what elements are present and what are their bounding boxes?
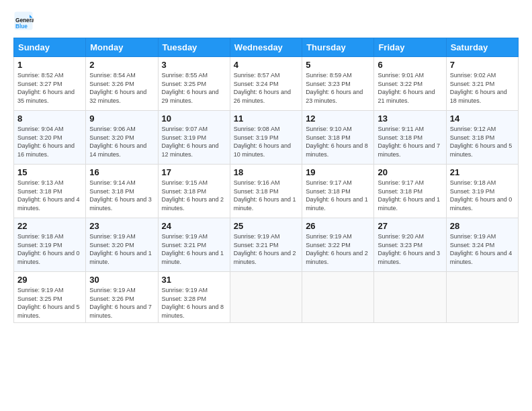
calendar-cell: 13 Sunrise: 9:11 AMSunset: 3:18 PMDaylig… — [374, 111, 446, 165]
calendar-cell: 15 Sunrise: 9:13 AMSunset: 3:18 PMDaylig… — [14, 165, 86, 218]
calendar-cell: 22 Sunrise: 9:18 AMSunset: 3:19 PMDaylig… — [14, 218, 86, 272]
day-info: Sunrise: 9:19 AMSunset: 3:26 PMDaylight:… — [89, 287, 152, 319]
day-info: Sunrise: 9:17 AMSunset: 3:18 PMDaylight:… — [378, 179, 440, 212]
day-number: 16 — [89, 167, 154, 177]
calendar-cell: 5 Sunrise: 8:59 AMSunset: 3:23 PMDayligh… — [302, 57, 374, 111]
calendar-cell: 7 Sunrise: 9:02 AMSunset: 3:21 PMDayligh… — [446, 57, 518, 111]
day-info: Sunrise: 9:12 AMSunset: 3:18 PMDaylight:… — [450, 126, 513, 158]
day-info: Sunrise: 9:19 AMSunset: 3:21 PMDaylight:… — [234, 233, 296, 265]
calendar-cell: 12 Sunrise: 9:10 AMSunset: 3:18 PMDaylig… — [302, 111, 374, 165]
calendar-cell: 17 Sunrise: 9:15 AMSunset: 3:18 PMDaylig… — [158, 165, 230, 218]
day-info: Sunrise: 9:19 AMSunset: 3:25 PMDaylight:… — [17, 287, 80, 319]
day-number: 29 — [17, 275, 82, 285]
day-info: Sunrise: 9:13 AMSunset: 3:18 PMDaylight:… — [17, 179, 80, 212]
calendar-cell: 4 Sunrise: 8:57 AMSunset: 3:24 PMDayligh… — [230, 57, 302, 111]
calendar-header-wednesday: Wednesday — [230, 38, 302, 57]
day-info: Sunrise: 9:10 AMSunset: 3:18 PMDaylight:… — [306, 126, 368, 158]
calendar-week-row: 8 Sunrise: 9:04 AMSunset: 3:20 PMDayligh… — [14, 111, 519, 165]
day-info: Sunrise: 8:52 AMSunset: 3:27 PMDaylight:… — [17, 72, 75, 104]
calendar-cell: 1 Sunrise: 8:52 AMSunset: 3:27 PMDayligh… — [14, 57, 86, 111]
day-info: Sunrise: 9:18 AMSunset: 3:19 PMDaylight:… — [450, 179, 513, 212]
day-number: 19 — [306, 167, 370, 177]
day-info: Sunrise: 8:55 AMSunset: 3:25 PMDaylight:… — [162, 72, 219, 104]
day-number: 26 — [306, 221, 370, 231]
page: General Blue SundayMondayTuesdayWednesda… — [0, 0, 532, 411]
calendar-header-friday: Friday — [374, 38, 446, 57]
day-number: 12 — [306, 113, 370, 124]
day-number: 18 — [234, 167, 298, 177]
day-number: 27 — [378, 221, 442, 231]
day-info: Sunrise: 8:54 AMSunset: 3:26 PMDaylight:… — [89, 72, 146, 104]
calendar-week-row: 1 Sunrise: 8:52 AMSunset: 3:27 PMDayligh… — [14, 57, 519, 111]
header: General Blue — [13, 11, 519, 31]
calendar-cell — [374, 272, 446, 323]
calendar-cell: 31 Sunrise: 9:19 AMSunset: 3:28 PMDaylig… — [158, 272, 230, 323]
day-number: 9 — [89, 113, 154, 124]
calendar-cell: 9 Sunrise: 9:06 AMSunset: 3:20 PMDayligh… — [86, 111, 158, 165]
day-info: Sunrise: 8:59 AMSunset: 3:23 PMDaylight:… — [306, 72, 363, 104]
calendar-header-tuesday: Tuesday — [158, 38, 230, 57]
day-info: Sunrise: 9:19 AMSunset: 3:28 PMDaylight:… — [162, 287, 224, 319]
calendar-cell: 11 Sunrise: 9:08 AMSunset: 3:19 PMDaylig… — [230, 111, 302, 165]
calendar-header-thursday: Thursday — [302, 38, 374, 57]
day-info: Sunrise: 9:16 AMSunset: 3:18 PMDaylight:… — [234, 179, 296, 212]
calendar-cell: 10 Sunrise: 9:07 AMSunset: 3:19 PMDaylig… — [158, 111, 230, 165]
logo: General Blue — [13, 11, 36, 31]
calendar-cell: 6 Sunrise: 9:01 AMSunset: 3:22 PMDayligh… — [374, 57, 446, 111]
day-number: 11 — [234, 113, 298, 124]
calendar-header-monday: Monday — [86, 38, 158, 57]
calendar-cell: 30 Sunrise: 9:19 AMSunset: 3:26 PMDaylig… — [86, 272, 158, 323]
calendar-cell: 25 Sunrise: 9:19 AMSunset: 3:21 PMDaylig… — [230, 218, 302, 272]
calendar: SundayMondayTuesdayWednesdayThursdayFrid… — [13, 38, 519, 323]
day-info: Sunrise: 9:20 AMSunset: 3:23 PMDaylight:… — [378, 233, 440, 265]
calendar-cell: 2 Sunrise: 8:54 AMSunset: 3:26 PMDayligh… — [86, 57, 158, 111]
day-number: 25 — [234, 221, 298, 231]
day-number: 1 — [17, 60, 82, 70]
day-info: Sunrise: 9:01 AMSunset: 3:22 PMDaylight:… — [378, 72, 435, 104]
calendar-cell: 28 Sunrise: 9:19 AMSunset: 3:24 PMDaylig… — [446, 218, 518, 272]
day-number: 22 — [17, 221, 82, 231]
day-number: 20 — [378, 167, 442, 177]
day-number: 4 — [234, 60, 298, 70]
day-number: 7 — [450, 60, 515, 70]
logo-icon: General Blue — [13, 11, 34, 31]
day-info: Sunrise: 9:14 AMSunset: 3:18 PMDaylight:… — [89, 179, 152, 212]
calendar-cell: 21 Sunrise: 9:18 AMSunset: 3:19 PMDaylig… — [446, 165, 518, 218]
day-info: Sunrise: 9:19 AMSunset: 3:22 PMDaylight:… — [306, 233, 368, 265]
day-number: 6 — [378, 60, 442, 70]
day-number: 21 — [450, 167, 515, 177]
calendar-cell: 20 Sunrise: 9:17 AMSunset: 3:18 PMDaylig… — [374, 165, 446, 218]
calendar-cell: 16 Sunrise: 9:14 AMSunset: 3:18 PMDaylig… — [86, 165, 158, 218]
svg-text:Blue: Blue — [15, 24, 28, 30]
day-info: Sunrise: 9:11 AMSunset: 3:18 PMDaylight:… — [378, 126, 440, 158]
calendar-cell: 23 Sunrise: 9:19 AMSunset: 3:20 PMDaylig… — [86, 218, 158, 272]
day-number: 13 — [378, 113, 442, 124]
day-number: 5 — [306, 60, 370, 70]
day-number: 30 — [89, 275, 154, 285]
day-info: Sunrise: 9:19 AMSunset: 3:24 PMDaylight:… — [450, 233, 513, 265]
day-info: Sunrise: 9:19 AMSunset: 3:20 PMDaylight:… — [89, 233, 152, 265]
calendar-cell: 26 Sunrise: 9:19 AMSunset: 3:22 PMDaylig… — [302, 218, 374, 272]
calendar-week-row: 29 Sunrise: 9:19 AMSunset: 3:25 PMDaylig… — [14, 272, 519, 323]
calendar-header-saturday: Saturday — [446, 38, 518, 57]
calendar-cell: 8 Sunrise: 9:04 AMSunset: 3:20 PMDayligh… — [14, 111, 86, 165]
day-number: 10 — [162, 113, 226, 124]
calendar-cell: 29 Sunrise: 9:19 AMSunset: 3:25 PMDaylig… — [14, 272, 86, 323]
day-number: 15 — [17, 167, 82, 177]
calendar-cell: 14 Sunrise: 9:12 AMSunset: 3:18 PMDaylig… — [446, 111, 518, 165]
calendar-header-sunday: Sunday — [14, 38, 86, 57]
calendar-week-row: 15 Sunrise: 9:13 AMSunset: 3:18 PMDaylig… — [14, 165, 519, 218]
day-info: Sunrise: 9:15 AMSunset: 3:18 PMDaylight:… — [162, 179, 224, 212]
day-number: 14 — [450, 113, 515, 124]
day-number: 17 — [162, 167, 226, 177]
day-number: 8 — [17, 113, 82, 124]
day-info: Sunrise: 9:08 AMSunset: 3:19 PMDaylight:… — [234, 126, 291, 158]
svg-text:General: General — [15, 17, 34, 24]
day-info: Sunrise: 9:18 AMSunset: 3:19 PMDaylight:… — [17, 233, 80, 265]
day-number: 24 — [162, 221, 226, 231]
day-info: Sunrise: 8:57 AMSunset: 3:24 PMDaylight:… — [234, 72, 291, 104]
day-info: Sunrise: 9:07 AMSunset: 3:19 PMDaylight:… — [162, 126, 219, 158]
day-number: 3 — [162, 60, 226, 70]
day-info: Sunrise: 9:02 AMSunset: 3:21 PMDaylight:… — [450, 72, 507, 104]
calendar-week-row: 22 Sunrise: 9:18 AMSunset: 3:19 PMDaylig… — [14, 218, 519, 272]
